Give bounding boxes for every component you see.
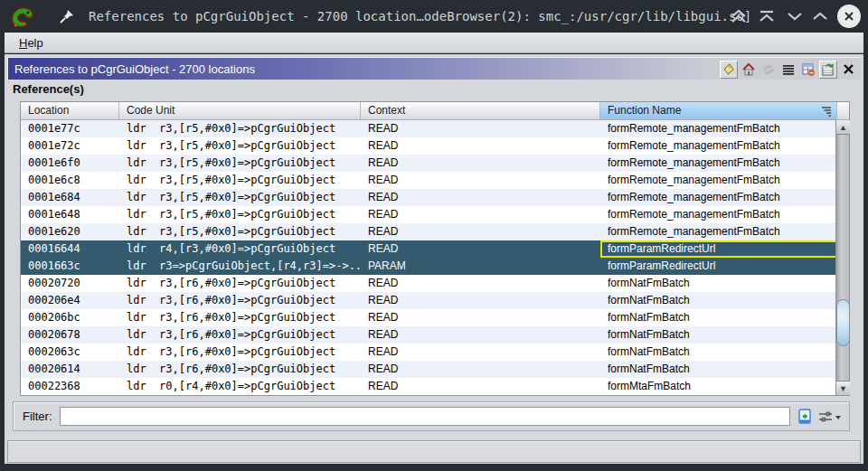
cell-code-unit[interactable]: ldr r3,[r5,#0x0]=>pCgrGuiObject [119,120,361,137]
table-row[interactable]: 00020614ldr r3,[r6,#0x0]=>pCgrGuiObjectR… [21,361,837,378]
table-menu-button[interactable] [779,61,797,79]
panel-close-button[interactable] [839,61,857,79]
snapshot-button[interactable] [819,61,837,79]
column-header-location[interactable]: Location [21,102,119,120]
table-row[interactable]: 0001e6f0ldr r3,[r5,#0x0]=>pCgrGuiObjectR… [21,155,837,172]
cell-code-unit[interactable]: ldr r3,[r5,#0x0]=>pCgrGuiObject [119,206,361,223]
chevron-up-icon[interactable] [810,7,830,25]
cell-context[interactable]: READ [361,326,600,344]
cell-function[interactable]: formNatFmBatch [600,292,837,309]
refresh-button[interactable] [760,61,778,79]
column-header-function-name[interactable]: Function Name [600,102,837,120]
cell-code-unit[interactable]: ldr r4,[r3,#0x0]=>pCgrGuiObject [119,240,361,258]
cell-location[interactable]: 00020678 [21,326,119,344]
cell-context[interactable]: READ [361,137,600,155]
filter-options-button[interactable] [818,410,842,424]
cell-code-unit[interactable]: ldr r3,[r5,#0x0]=>pCgrGuiObject [119,155,361,172]
cell-code-unit[interactable]: ldr r3,[r5,#0x0]=>pCgrGuiObject [119,189,361,206]
cell-code-unit[interactable]: ldr r0,[r4,#0x0]=>pCgrGuiObject [119,378,361,395]
cell-function[interactable]: formRemote_managementFmBatch [600,189,837,206]
filter-document-button[interactable] [797,409,813,425]
cell-location[interactable]: 0001e620 [21,223,119,240]
vertical-scrollbar[interactable]: ▲ ▼ [835,120,849,395]
tag-button[interactable] [720,61,738,79]
cell-function[interactable]: formNatFmBatch [600,361,837,378]
cell-context[interactable]: READ [361,120,600,137]
cell-context[interactable]: READ [361,344,600,361]
cell-function[interactable]: formRemote_managementFmBatch [600,223,837,240]
cell-function[interactable]: formRemote_managementFmBatch [600,206,837,223]
table-row[interactable]: 00020720ldr r3,[r6,#0x0]=>pCgrGuiObjectR… [21,275,837,292]
cell-code-unit[interactable]: ldr r3,[r6,#0x0]=>pCgrGuiObject [119,361,361,378]
cell-function[interactable]: formParamRedirectUrl [600,240,837,258]
menu-help[interactable]: Help [14,34,49,52]
cell-function[interactable]: formRemote_managementFmBatch [600,120,837,137]
table-row[interactable]: 0001e648ldr r3,[r5,#0x0]=>pCgrGuiObjectR… [21,206,837,223]
column-header-context[interactable]: Context [361,102,600,120]
table-row[interactable]: 000206e4ldr r3,[r6,#0x0]=>pCgrGuiObjectR… [21,292,837,309]
cell-code-unit[interactable]: ldr r3=>pCgrGuiObject,[r4,r3]=>->... [119,258,361,275]
chevron-down-icon[interactable] [785,7,805,25]
cell-location[interactable]: 0002063c [21,344,119,361]
cell-code-unit[interactable]: ldr r3,[r5,#0x0]=>pCgrGuiObject [119,172,361,189]
cell-location[interactable]: 0001e648 [21,206,119,223]
cell-context[interactable]: READ [361,223,600,240]
cell-location[interactable]: 000206e4 [21,292,119,309]
table-row[interactable]: 00016644ldr r4,[r3,#0x0]=>pCgrGuiObjectR… [21,240,837,258]
cell-context[interactable]: READ [361,309,600,326]
cell-location[interactable]: 00022368 [21,378,119,395]
scrollbar-thumb[interactable] [836,299,850,346]
table-row[interactable]: 00020678ldr r3,[r6,#0x0]=>pCgrGuiObjectR… [21,326,837,344]
cell-location[interactable]: 0001e72c [21,137,119,155]
cell-context[interactable]: PARAM [361,258,600,275]
cell-location[interactable]: 000206bc [21,309,119,326]
cell-context[interactable]: READ [361,206,600,223]
cell-code-unit[interactable]: ldr r3,[r5,#0x0]=>pCgrGuiObject [119,137,361,155]
cell-context[interactable]: READ [361,172,600,189]
cell-context[interactable]: READ [361,275,600,292]
cell-context[interactable]: READ [361,361,600,378]
cell-location[interactable]: 0001663c [21,258,119,275]
cell-location[interactable]: 00020720 [21,275,119,292]
cell-context[interactable]: READ [361,189,600,206]
cell-code-unit[interactable]: ldr r3,[r6,#0x0]=>pCgrGuiObject [119,326,361,344]
cell-location[interactable]: 00020614 [21,361,119,378]
table-row[interactable]: 0001e77cldr r3,[r5,#0x0]=>pCgrGuiObjectR… [21,120,837,137]
cell-code-unit[interactable]: ldr r3,[r5,#0x0]=>pCgrGuiObject [119,223,361,240]
table-row[interactable]: 000206bcldr r3,[r6,#0x0]=>pCgrGuiObjectR… [21,309,837,326]
cell-function[interactable]: formRemote_managementFmBatch [600,137,837,155]
filter-input[interactable] [60,407,790,426]
table-row[interactable]: 0001663cldr r3=>pCgrGuiObject,[r4,r3]=>-… [21,258,837,275]
cell-function[interactable]: formRemote_managementFmBatch [600,172,837,189]
cell-code-unit[interactable]: ldr r3,[r6,#0x0]=>pCgrGuiObject [119,275,361,292]
cell-function[interactable]: formNatFmBatch [600,309,837,326]
cell-location[interactable]: 0001e684 [21,189,119,206]
cell-code-unit[interactable]: ldr r3,[r6,#0x0]=>pCgrGuiObject [119,292,361,309]
cell-context[interactable]: READ [361,155,600,172]
close-window-button[interactable] [837,5,861,28]
cell-context[interactable]: READ [361,240,600,258]
table-row[interactable]: 0001e620ldr r3,[r5,#0x0]=>pCgrGuiObjectR… [21,223,837,240]
table-row[interactable]: 0001e684ldr r3,[r5,#0x0]=>pCgrGuiObjectR… [21,189,837,206]
table-row[interactable]: 0001e6c8ldr r3,[r5,#0x0]=>pCgrGuiObjectR… [21,172,837,189]
cell-location[interactable]: 0001e77c [21,120,119,137]
double-chevron-up-icon[interactable] [729,7,749,25]
cell-location[interactable]: 0001e6f0 [21,155,119,172]
cell-code-unit[interactable]: ldr r3,[r6,#0x0]=>pCgrGuiObject [119,344,361,361]
chevron-up-bar-icon[interactable] [757,7,777,25]
cell-function[interactable]: formNatFmBatch [600,326,837,344]
home-button[interactable] [740,61,758,79]
cell-context[interactable]: READ [361,292,600,309]
table-row[interactable]: 00022368ldr r0,[r4,#0x0]=>pCgrGuiObjectR… [21,378,837,395]
remove-items-button[interactable] [799,61,817,79]
cell-function[interactable]: formMtaFmBatch [600,378,837,395]
scroll-up-icon[interactable]: ▲ [836,120,850,135]
cell-function[interactable]: formParamRedirectUrl [600,258,837,275]
cell-function[interactable]: formNatFmBatch [600,275,837,292]
cell-function[interactable]: formRemote_managementFmBatch [600,155,837,172]
cell-function[interactable]: formNatFmBatch [600,344,837,361]
scroll-down-icon[interactable]: ▼ [836,381,850,395]
cell-location[interactable]: 00016644 [21,240,119,258]
table-row[interactable]: 0002063cldr r3,[r6,#0x0]=>pCgrGuiObjectR… [21,344,837,361]
cell-location[interactable]: 0001e6c8 [21,172,119,189]
